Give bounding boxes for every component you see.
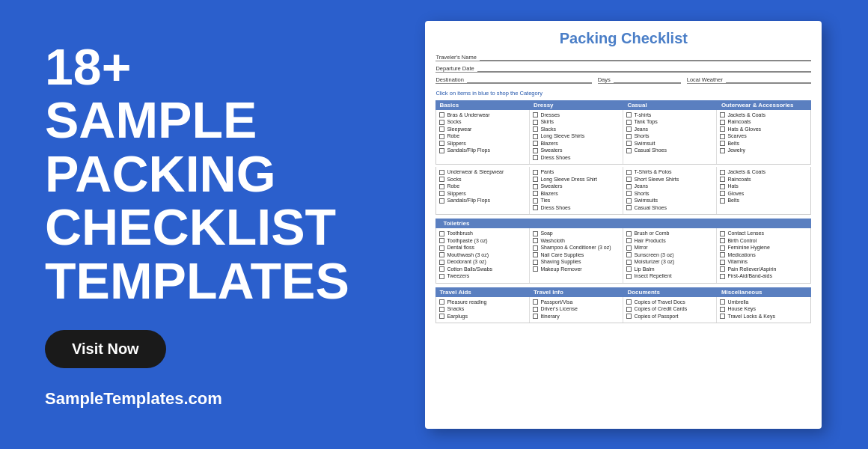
list-item[interactable]: Tweezers xyxy=(439,273,526,279)
documents-items: Copies of Travel Docs Copies of Credit C… xyxy=(623,297,717,323)
list-item[interactable]: Itinerary xyxy=(533,314,620,320)
travel-aids-items: Pleasure reading Snacks Earplugs xyxy=(436,297,530,323)
list-item[interactable]: Brush or Comb xyxy=(626,230,713,236)
list-item[interactable]: Jeans xyxy=(626,183,713,189)
list-item[interactable]: Pleasure reading xyxy=(439,299,526,305)
list-item[interactable]: Dental floss xyxy=(439,245,526,251)
list-item[interactable]: Moisturizer (3 oz) xyxy=(626,259,713,265)
list-item[interactable]: Contact Lenses xyxy=(720,230,807,236)
list-item[interactable]: Swimsuit xyxy=(626,141,713,147)
list-item[interactable]: Shorts xyxy=(626,191,713,197)
list-item[interactable]: Jeans xyxy=(626,126,713,132)
right-panel: Packing Checklist Traveler's Name Depart… xyxy=(394,6,868,444)
list-item[interactable]: Medications xyxy=(720,252,807,258)
list-item[interactable]: Bras & Underwear xyxy=(439,112,526,118)
list-item[interactable]: Hair Products xyxy=(626,238,713,244)
list-item[interactable]: Gloves xyxy=(720,191,807,197)
miscellaneous-header: Miscellaneous xyxy=(718,287,812,297)
list-item[interactable]: Copies of Passport xyxy=(626,314,713,320)
list-item[interactable]: Slippers xyxy=(439,191,526,197)
list-item[interactable]: Belts xyxy=(720,198,807,204)
days-field[interactable]: Days xyxy=(598,76,681,84)
local-weather-label: Local Weather xyxy=(687,76,723,83)
list-item[interactable]: Shampoo & Conditioner (3 oz) xyxy=(533,245,620,251)
list-item[interactable]: First-Aid/Band-aids xyxy=(720,273,807,279)
visit-now-button[interactable]: Visit Now xyxy=(45,330,166,368)
list-item[interactable]: T-shirts xyxy=(626,112,713,118)
list-item[interactable]: Vitamins xyxy=(720,259,807,265)
list-item[interactable]: Socks xyxy=(439,177,526,183)
list-item[interactable]: Copies of Travel Docs xyxy=(626,299,713,305)
list-item[interactable]: Washcloth xyxy=(533,238,620,244)
list-item[interactable]: Casual Shoes xyxy=(626,147,713,153)
list-item[interactable]: Sunscreen (3 oz) xyxy=(626,252,713,258)
list-item[interactable]: Hats xyxy=(720,183,807,189)
list-item[interactable]: Long Sleeve Dress Shirt xyxy=(533,177,620,183)
list-item[interactable]: Raincoats xyxy=(720,177,807,183)
list-item[interactable]: Underwear & Sleepwear xyxy=(439,169,526,175)
destination-field[interactable]: Destination xyxy=(435,76,591,84)
local-weather-field[interactable]: Local Weather xyxy=(687,76,812,84)
list-item[interactable]: Jackets & Coats xyxy=(720,112,807,118)
list-item[interactable]: Cotton Balls/Swabs xyxy=(439,266,526,272)
list-item[interactable]: Blazers xyxy=(533,141,620,147)
list-item[interactable]: Lip Balm xyxy=(626,266,713,272)
list-item[interactable]: Mirror xyxy=(626,245,713,251)
list-item[interactable]: Dress Shoes xyxy=(533,205,620,211)
list-item[interactable]: Mouthwash (3 oz) xyxy=(439,252,526,258)
list-item[interactable]: Slacks xyxy=(533,126,620,132)
list-item[interactable]: Swimsuits xyxy=(626,198,713,204)
list-item[interactable]: Long Sleeve Shirts xyxy=(533,133,620,139)
list-item[interactable]: Slippers xyxy=(439,141,526,147)
list-item[interactable]: Jewelry xyxy=(720,147,807,153)
list-item[interactable]: Hats & Gloves xyxy=(720,126,807,132)
list-item[interactable]: Scarves xyxy=(720,133,807,139)
list-item[interactable]: Shorts xyxy=(626,133,713,139)
list-item[interactable]: Passport/Visa xyxy=(533,299,620,305)
list-item[interactable]: Toothbrush xyxy=(439,230,526,236)
toiletries-col3: Brush or Comb Hair Products Mirror Sunsc… xyxy=(623,228,717,283)
list-item[interactable]: Sandals/Flip Flops xyxy=(439,147,526,153)
list-item[interactable]: Pain Reliever/Aspirin xyxy=(720,266,807,272)
list-item[interactable]: Ties xyxy=(533,198,620,204)
list-item[interactable]: Sweaters xyxy=(533,183,620,189)
list-item[interactable]: Robe xyxy=(439,133,526,139)
list-item[interactable]: Raincoats xyxy=(720,119,807,125)
list-item[interactable]: Earplugs xyxy=(439,314,526,320)
list-item[interactable]: Dress Shoes xyxy=(533,155,620,161)
list-item[interactable]: Sleepwear xyxy=(439,126,526,132)
list-item[interactable]: Sandals/Flip Flops xyxy=(439,198,526,204)
list-item[interactable]: Nail Care Supplies xyxy=(533,252,620,258)
list-item[interactable]: Jackets & Coats xyxy=(720,169,807,175)
list-item[interactable]: Dresses xyxy=(533,112,620,118)
list-item[interactable]: Robe xyxy=(439,183,526,189)
list-item[interactable]: Deodorant (3 oz) xyxy=(439,259,526,265)
list-item[interactable]: Shaving Supplies xyxy=(533,259,620,265)
list-item[interactable]: Casual Shoes xyxy=(626,205,713,211)
list-item[interactable]: Umbrella xyxy=(720,299,807,305)
list-item[interactable]: Belts xyxy=(720,141,807,147)
list-item[interactable]: Travel Locks & Keys xyxy=(720,314,807,320)
list-item[interactable]: Toothpaste (3 oz) xyxy=(439,238,526,244)
list-item[interactable]: Copies of Credit Cards xyxy=(626,306,713,312)
list-item[interactable]: Sweaters xyxy=(533,147,620,153)
list-item[interactable]: Makeup Remover xyxy=(533,266,620,272)
departure-date-field[interactable]: Departure Date xyxy=(435,64,811,73)
list-item[interactable]: Skirts xyxy=(533,119,620,125)
traveler-name-label: Traveler's Name xyxy=(435,54,477,61)
list-item[interactable]: Feminine Hygiene xyxy=(720,245,807,251)
list-item[interactable]: House Keys xyxy=(720,306,807,312)
list-item[interactable]: Short Sleeve Shirts xyxy=(626,177,713,183)
list-item[interactable]: T-Shirts & Polos xyxy=(626,169,713,175)
traveler-name-field[interactable]: Traveler's Name xyxy=(435,53,811,61)
list-item[interactable]: Driver's License xyxy=(533,306,620,312)
casual-items: T-shirts Tank Tops Jeans Shorts Swimsuit… xyxy=(623,110,717,165)
list-item[interactable]: Soap xyxy=(533,230,620,236)
list-item[interactable]: Insect Repellent xyxy=(626,273,713,279)
list-item[interactable]: Pants xyxy=(533,169,620,175)
list-item[interactable]: Blazers xyxy=(533,191,620,197)
list-item[interactable]: Socks xyxy=(439,119,526,125)
list-item[interactable]: Birth Control xyxy=(720,238,807,244)
list-item[interactable]: Snacks xyxy=(439,306,526,312)
list-item[interactable]: Tank Tops xyxy=(626,119,713,125)
